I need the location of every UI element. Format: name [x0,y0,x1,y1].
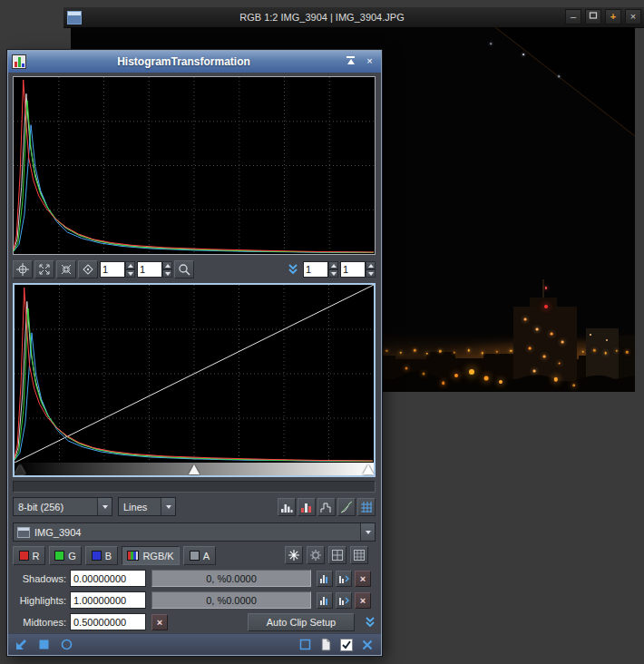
clip-bars-icon [319,573,330,584]
pin-button[interactable]: + [605,9,621,24]
highlights-clip-count-button[interactable] [336,592,352,609]
city-light [533,370,536,373]
grid-small-button[interactable] [328,546,346,564]
track-cursor-button[interactable] [13,260,33,278]
crosshair-icon [16,263,29,276]
spin-up-button[interactable] [328,261,338,269]
shadows-input[interactable] [70,570,146,587]
highlights-slider-handle[interactable] [363,464,374,474]
channel-b-button[interactable]: B [85,546,118,565]
browse-documentation-button[interactable] [320,638,332,651]
edit-instance-button[interactable] [298,638,312,651]
spin-up-button[interactable] [162,261,172,269]
channel-g-button[interactable]: G [49,546,82,565]
target-view-dropdown[interactable]: IMG_3904 [13,522,376,542]
channel-alpha-label: A [203,551,210,561]
raw-rgb-toggle-button[interactable] [285,546,303,564]
rgb-histogram-icon [127,551,139,561]
dropdown-arrow-button[interactable] [161,498,175,515]
more-parameters-button[interactable] [362,614,377,630]
dropdown-arrow-button[interactable] [360,523,375,541]
restore-button[interactable] [585,9,601,24]
apply-global-button[interactable] [37,638,51,651]
realtime-preview-button[interactable] [60,638,73,651]
transfer-horizontal-zoom-spinner [303,261,338,278]
city-light [414,349,415,351]
highlights-clip-chart-button[interactable] [317,592,333,609]
show-outline-histogram-button[interactable] [317,498,336,516]
close-dialog-button[interactable]: × [362,54,377,68]
city-light [558,362,561,365]
spin-down-button[interactable] [162,269,172,278]
track-view-checkbox[interactable] [340,639,353,651]
shadows-clip-chart-button[interactable] [317,571,333,587]
channel-rgbk-button[interactable]: RGB/K [122,546,180,565]
diamond-icon [82,263,94,276]
highlights-reset-button[interactable]: × [355,592,371,609]
plot-style-dropdown[interactable]: Lines [118,497,176,516]
city-light [467,349,469,351]
grid-large-button[interactable] [350,546,368,564]
clip-arrow-icon [338,573,349,584]
midtones-reset-button[interactable]: × [151,614,168,630]
histogram-view-panel[interactable] [13,76,376,255]
center-view-button[interactable] [78,260,98,278]
auto-clip-setup-button[interactable]: Auto Clip Setup [248,613,355,631]
apply-button[interactable] [15,638,28,651]
expand-arrows-icon [38,263,51,276]
zoom-contract-button[interactable] [56,260,76,278]
shadows-row-buttons: × [317,571,371,587]
channel-r-button[interactable]: R [13,546,45,565]
blue-swatch-icon [92,551,102,561]
show-filled-histogram-button[interactable] [298,498,316,516]
transfer-horizontal-zoom-input[interactable] [303,261,328,278]
shade-button[interactable] [343,54,358,68]
shadows-reset-button[interactable]: × [355,571,371,587]
city-light [593,349,595,351]
shadows-slider-handle[interactable] [15,464,25,474]
city-light [551,333,553,336]
minimize-button[interactable]: – [565,9,581,24]
transfer-vertical-zoom-spinner [340,261,376,278]
reset-button[interactable] [361,639,374,651]
horizontal-zoom-input[interactable] [100,261,125,278]
pixinsight-workspace: RGB 1:2 IMG_3904 | IMG_3904.JPG – + × [0,0,644,664]
vertical-zoom-input[interactable] [137,261,162,278]
city-light [604,352,607,355]
zoom-expand-button[interactable] [34,260,54,278]
spin-down-button[interactable] [125,269,135,278]
show-grid-button[interactable] [357,498,376,516]
highlights-input[interactable] [70,591,146,609]
grid-cross-icon [331,549,344,561]
spin-up-button[interactable] [125,261,135,269]
view-window-icon [17,527,30,538]
spin-down-button[interactable] [328,269,338,278]
star-icon [288,549,300,561]
midtones-slider-handle[interactable] [189,464,200,474]
show-histogram-bars-button[interactable] [278,498,296,516]
spin-up-button[interactable] [366,261,376,269]
show-curve-button[interactable] [337,498,356,516]
channel-alpha-button[interactable]: A [183,546,216,565]
shadows-clip-count-button[interactable] [336,571,352,587]
image-window-titlebar[interactable]: RGB 1:2 IMG_3904 | IMG_3904.JPG – + × [63,7,644,28]
gear-button[interactable] [307,546,325,564]
chevron-down-icon [366,531,371,534]
transfer-vertical-zoom-input[interactable] [340,261,366,278]
plot-style-value: Lines [119,502,161,513]
transfer-curve-panel[interactable] [13,283,376,477]
spin-down-button[interactable] [366,269,376,278]
channel-g-label: G [68,551,76,561]
more-options-button[interactable] [285,261,301,278]
zoom-mode-button[interactable] [174,260,194,278]
bit-depth-dropdown[interactable]: 8-bit (256) [13,497,112,516]
levels-slider-track[interactable] [15,463,374,475]
apply-buttons-group [15,638,73,651]
dropdown-arrow-button[interactable] [97,498,112,515]
city-light [558,75,560,77]
midtones-input[interactable] [70,613,146,630]
dialog-titlebar[interactable]: HistogramTransformation × [8,51,381,73]
vertical-zoom-spinner [137,261,172,278]
close-window-button[interactable]: × [625,9,641,24]
city-light [616,350,618,352]
